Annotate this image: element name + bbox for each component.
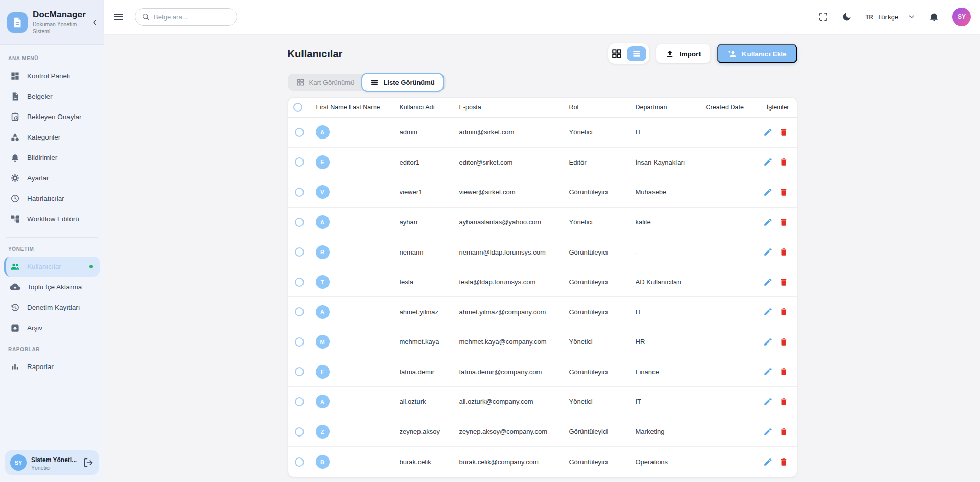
notifications-button[interactable]	[929, 12, 939, 22]
delete-button[interactable]	[779, 457, 788, 467]
archive-icon	[10, 323, 20, 333]
cell-email: editor@sirket.com	[459, 158, 569, 166]
sidebar-item-kullanicilar[interactable]: Kullanıcılar	[4, 257, 100, 277]
row-checkbox[interactable]	[295, 307, 304, 316]
cell-email: mehmet.kaya@company.com	[459, 338, 569, 346]
language-selector[interactable]: TR Türkçe	[865, 13, 916, 21]
sidebar-item-label: Raporlar	[27, 363, 54, 371]
logout-icon[interactable]	[83, 457, 94, 468]
active-status-dot	[89, 265, 93, 268]
edit-button[interactable]	[763, 188, 773, 197]
sidebar-item-toplu-ice-aktarma[interactable]: Toplu İçe Aktarma	[4, 277, 100, 297]
cell-actions	[763, 128, 797, 137]
add-user-button[interactable]: Kullanıcı Ekle	[717, 44, 797, 63]
row-checkbox[interactable]	[295, 367, 304, 376]
sidebar-item-kontrol-paneli[interactable]: Kontrol Paneli	[4, 66, 100, 86]
delete-button[interactable]	[779, 337, 788, 347]
row-checkbox[interactable]	[295, 218, 304, 227]
row-checkbox[interactable]	[295, 337, 304, 347]
sidebar-item-bildirimler[interactable]: Bildirimler	[4, 148, 100, 168]
view-mode-tabs: Kart Görünümü Liste Görünümü	[288, 74, 446, 91]
delete-button[interactable]	[779, 427, 788, 437]
edit-button[interactable]	[763, 367, 773, 376]
cell-fullname: A	[311, 215, 400, 229]
delete-button[interactable]	[779, 278, 788, 287]
search-input[interactable]	[154, 13, 230, 21]
sidebar-item-workflow-editoru[interactable]: Workflow Editörü	[4, 209, 100, 229]
sidebar-item-ayarlar[interactable]: Ayarlar	[4, 168, 100, 188]
tab-list-view[interactable]: Liste Görünümü	[361, 73, 444, 92]
sidebar-item-hatirlaticilar[interactable]: Hatırlatıcılar	[4, 189, 100, 209]
sidebar-item-raporlar[interactable]: Raporlar	[4, 357, 100, 377]
sidebar-item-label: Toplu İçe Aktarma	[27, 283, 82, 291]
row-checkbox[interactable]	[295, 128, 304, 137]
cell-username: mehmet.kaya	[400, 338, 459, 346]
delete-button[interactable]	[779, 157, 788, 167]
row-checkbox[interactable]	[295, 457, 304, 467]
sidebar-item-denetim-kayitlari[interactable]: Denetim Kayıtları	[4, 297, 100, 317]
row-avatar: A	[316, 395, 330, 408]
user-card[interactable]: SY Sistem Yöneti... Yönetici	[5, 450, 99, 475]
profile-avatar[interactable]: SY	[952, 8, 971, 26]
sidebar-item-label: Denetim Kayıtları	[27, 304, 80, 311]
delete-button[interactable]	[779, 307, 788, 316]
delete-button[interactable]	[779, 188, 788, 197]
cell-email: ali.ozturk@company.com	[459, 398, 569, 405]
edit-button[interactable]	[763, 128, 773, 137]
edit-button[interactable]	[763, 397, 773, 406]
edit-button[interactable]	[763, 218, 773, 227]
row-checkbox[interactable]	[295, 427, 304, 437]
delete-button[interactable]	[779, 367, 788, 376]
row-checkbox[interactable]	[295, 247, 304, 257]
table-body: A admin admin@sirket.com Yönetici IT E e…	[288, 118, 797, 477]
select-all-checkbox[interactable]	[293, 103, 302, 112]
add-user-button-label: Kullanıcı Ekle	[742, 50, 787, 58]
row-checkbox[interactable]	[295, 397, 304, 406]
row-checkbox[interactable]	[295, 278, 304, 287]
edit-button[interactable]	[763, 247, 773, 257]
table-row: F fatma.demir fatma.demir@company.com Gö…	[288, 357, 797, 387]
delete-button[interactable]	[779, 218, 788, 227]
import-button[interactable]: Import	[656, 44, 711, 63]
language-label: Türkçe	[877, 13, 898, 21]
row-checkbox[interactable]	[295, 188, 304, 197]
dark-mode-button[interactable]	[842, 12, 852, 22]
table-row: Z zeynep.aksoy zeynep.aksoy@company.com …	[288, 417, 797, 447]
cell-email: viewer@sirket.com	[459, 188, 569, 196]
edit-button[interactable]	[763, 457, 773, 467]
edit-button[interactable]	[763, 307, 773, 316]
sidebar-item-label: Kategoriler	[27, 133, 60, 141]
grid-icon	[296, 78, 305, 86]
cell-role: Görüntüleyici	[569, 368, 636, 376]
sidebar-item-kategoriler[interactable]: Kategoriler	[4, 127, 100, 147]
history-icon	[10, 303, 20, 312]
sidebar-collapse-button[interactable]	[90, 18, 100, 27]
grid-view-button[interactable]	[611, 48, 622, 59]
fullscreen-button[interactable]	[818, 12, 828, 22]
document-icon	[10, 91, 20, 101]
delete-button[interactable]	[779, 128, 788, 137]
delete-button[interactable]	[779, 247, 788, 257]
edit-button[interactable]	[763, 157, 773, 167]
sidebar-item-arsiv[interactable]: Arşiv	[4, 318, 100, 338]
list-view-button[interactable]	[627, 46, 646, 61]
cell-email: riemann@ldap.forumsys.com	[459, 248, 569, 256]
menu-icon[interactable]	[112, 11, 125, 23]
cell-fullname: A	[311, 395, 400, 408]
page-title: Kullanıcılar	[288, 48, 343, 60]
edit-button[interactable]	[763, 278, 773, 287]
edit-button[interactable]	[763, 337, 773, 347]
edit-button[interactable]	[763, 427, 773, 437]
cell-department: Marketing	[636, 428, 706, 435]
table-row: T tesla tesla@ldap.forumsys.com Görüntül…	[288, 267, 797, 297]
tab-card-view[interactable]: Kart Görünümü	[289, 75, 362, 89]
table-row: A ali.ozturk ali.ozturk@company.com Yöne…	[288, 387, 797, 417]
cell-role: Görüntüleyici	[569, 278, 636, 286]
cell-fullname: M	[311, 335, 400, 349]
sidebar-item-bekleyen-onaylar[interactable]: Bekleyen Onaylar	[4, 107, 100, 127]
sidebar-item-belgeler[interactable]: Belgeler	[4, 86, 100, 106]
row-checkbox[interactable]	[295, 157, 304, 167]
delete-button[interactable]	[779, 397, 788, 406]
category-icon	[10, 132, 20, 142]
row-avatar: A	[316, 215, 330, 229]
